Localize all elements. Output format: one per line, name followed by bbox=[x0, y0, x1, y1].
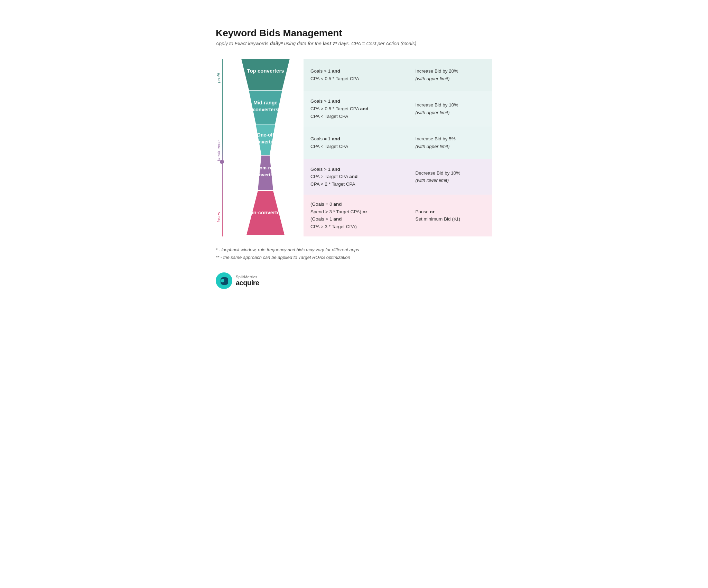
action-midrange: Increase Bid by 10%(with upper limit) bbox=[408, 91, 492, 127]
seg-oneoff-label1: One-off bbox=[257, 132, 274, 138]
action-oneoff: Increase Bid by 5%(with upper limit) bbox=[408, 127, 492, 159]
rule-row-nonconverters: (Goals = 0 andSpend > 3 * Target CPA) or… bbox=[304, 195, 492, 236]
condition-bottomrange: Goals > 1 andCPA > Target CPA andCPA < 2… bbox=[304, 159, 408, 195]
loses-label: loses bbox=[216, 212, 221, 222]
page-title: Keyword Bids Management bbox=[216, 28, 492, 39]
brand-name-bottom: acquire bbox=[236, 279, 259, 287]
action-top: Increase Bid by 20%(with upper limit) bbox=[408, 59, 492, 91]
brand-name-top: SplitMetrics bbox=[236, 275, 259, 279]
profit-label: profit bbox=[216, 73, 221, 83]
rule-row-oneoff: Goals = 1 andCPA < Target CPA Increase B… bbox=[304, 127, 492, 159]
axis-line bbox=[222, 59, 223, 236]
seg-bottomrange-label2: converters bbox=[253, 172, 277, 177]
seg-oneoff-label2: converters bbox=[253, 139, 278, 144]
funnel-container: Top converters Mid-range converters One-… bbox=[231, 59, 304, 236]
brand-section: SplitMetrics acquire bbox=[216, 272, 492, 289]
seg-nonconverters-label: Non-converters bbox=[246, 209, 285, 215]
brand-text: SplitMetrics acquire bbox=[236, 275, 259, 287]
action-bottomrange: Decrease Bid by 10%(with lower limit) bbox=[408, 159, 492, 195]
rule-row-midrange: Goals > 1 andCPA > 0.5 * Target CPA andC… bbox=[304, 91, 492, 127]
seg-bottomrange-label1: Bottom-range bbox=[250, 165, 281, 170]
breakeven-label: break-even bbox=[216, 140, 221, 161]
funnel-svg: Top converters Mid-range converters One-… bbox=[231, 59, 300, 235]
condition-nonconverters: (Goals = 0 andSpend > 3 * Target CPA) or… bbox=[304, 195, 408, 236]
brand-logo-icon bbox=[216, 272, 232, 289]
rule-row-bottomrange: Goals > 1 andCPA > Target CPA andCPA < 2… bbox=[304, 159, 492, 195]
footnote-1: * - loopback window, rule frequency and … bbox=[216, 246, 492, 254]
page-container: Keyword Bids Management Apply to Exact k… bbox=[198, 14, 510, 303]
rule-row-top: Goals > 1 andCPA < 0.5 * Target CPA Incr… bbox=[304, 59, 492, 91]
seg-midrange-label1: Mid-range bbox=[253, 100, 277, 105]
footnotes: * - loopback window, rule frequency and … bbox=[216, 246, 492, 261]
condition-midrange: Goals > 1 andCPA > 0.5 * Target CPA andC… bbox=[304, 91, 408, 127]
seg-top-converters bbox=[241, 59, 290, 90]
axis-container: profit break-even loses bbox=[216, 59, 229, 236]
footnote-2: ** - the same approach can be applied to… bbox=[216, 254, 492, 261]
condition-top: Goals > 1 andCPA < 0.5 * Target CPA bbox=[304, 59, 408, 91]
action-nonconverters: Pause orSet minimum Bid (¢1) bbox=[408, 195, 492, 236]
seg-midrange-label2: converters bbox=[253, 107, 278, 112]
rules-table: Goals > 1 andCPA < 0.5 * Target CPA Incr… bbox=[304, 59, 492, 236]
page-subtitle: Apply to Exact keywords daily* using dat… bbox=[216, 41, 492, 46]
svg-point-1 bbox=[221, 279, 224, 282]
seg-top-label: Top converters bbox=[247, 68, 284, 74]
condition-oneoff: Goals = 1 andCPA < Target CPA bbox=[304, 127, 408, 159]
